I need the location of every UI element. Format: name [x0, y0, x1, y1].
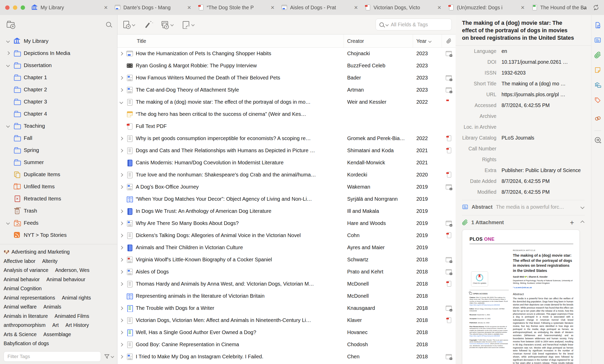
expander-icon[interactable]: [120, 210, 126, 213]
tag[interactable]: Animal representations: [4, 295, 55, 301]
field-value[interactable]: [502, 124, 586, 132]
tag[interactable]: Anderson, Wes: [55, 267, 89, 273]
table-row[interactable]: “The dog hero has been critical to the s…: [117, 108, 456, 120]
expander-icon[interactable]: [7, 125, 13, 127]
table-row[interactable]: Thomas Hardy and Animals by Anna West, a…: [117, 278, 456, 290]
expander-icon[interactable]: [120, 283, 126, 285]
expander-icon[interactable]: [120, 149, 126, 152]
table-row[interactable]: Aisles of Dogs Prato and Kehrt 2018: [117, 266, 456, 278]
close-icon[interactable]: ✕: [354, 5, 358, 11]
attachments-tab-icon[interactable]: [594, 52, 601, 60]
close-icon[interactable]: ✕: [521, 5, 525, 11]
table-row[interactable]: Virginia Woolf's Little-Known Biography …: [117, 254, 456, 266]
field-value[interactable]: Publisher: Public Library of Science: [502, 167, 586, 176]
table-row[interactable]: The Trouble with Dogs for a Writer Knaus…: [117, 302, 456, 314]
tab-list-chevron-icon[interactable]: [583, 5, 587, 10]
tag[interactable]: Arts & Science: [4, 331, 37, 337]
table-row[interactable]: True love and the nonhuman: Shakespeare'…: [117, 169, 456, 181]
tag[interactable]: Art History: [66, 322, 89, 328]
field-value[interactable]: The making of a (dog) mo …: [502, 80, 586, 89]
window-tab[interactable]: My Library ✕: [27, 2, 110, 13]
expander-icon[interactable]: [120, 89, 126, 91]
field-value[interactable]: en: [502, 48, 586, 56]
new-note-button[interactable]: [182, 21, 194, 29]
tag[interactable]: Animated Films: [54, 313, 89, 319]
expander-icon[interactable]: [7, 52, 13, 54]
tag[interactable]: Animals: [43, 304, 61, 310]
column-header-year[interactable]: Year: [413, 35, 442, 47]
column-header-creator[interactable]: Creator: [344, 35, 413, 47]
attachments-section-header[interactable]: 1 Attachment +: [456, 215, 591, 228]
window-tab[interactable]: (Un)muzzled: Dogs i ✕: [443, 2, 527, 13]
libraries-collections-tab-icon[interactable]: [594, 82, 601, 90]
window-tab[interactable]: Dante’s Dogs - Mang ✕: [110, 2, 193, 13]
table-row[interactable]: A Dog’s Box-Office Journey Wakeman 2019: [117, 181, 456, 193]
search-input[interactable]: [390, 21, 448, 28]
field-value[interactable]: https://journals.plos.org/pl …: [502, 91, 586, 100]
minimize-window-button[interactable]: [13, 5, 17, 10]
collection-item[interactable]: Summer: [2, 156, 115, 168]
tag[interactable]: Animals in literature: [4, 313, 48, 319]
expander-icon[interactable]: [120, 52, 126, 55]
close-icon[interactable]: ✕: [104, 5, 108, 11]
add-attachment-icon[interactable]: +: [570, 220, 574, 225]
table-row[interactable]: Victorian Dogs, Victorian Men: Affect an…: [117, 314, 456, 326]
field-value[interactable]: PLoS Journals: [502, 135, 586, 143]
new-item-button[interactable]: [123, 21, 135, 29]
expander-icon[interactable]: [120, 319, 126, 322]
field-value[interactable]: 8/7/2024, 6:42:55 PM: [502, 189, 586, 197]
expander-icon[interactable]: [7, 40, 13, 42]
collection-item[interactable]: Chapter 1: [2, 71, 115, 83]
expander-icon[interactable]: [120, 174, 126, 176]
add-attachment-button[interactable]: [161, 21, 173, 29]
table-row[interactable]: Well, Has a Single Good Author Ever Owne…: [117, 326, 456, 338]
tag[interactable]: Animal behaviour: [46, 277, 85, 282]
notes-tab-icon[interactable]: [594, 67, 601, 75]
expander-icon[interactable]: [120, 331, 126, 334]
collection-item[interactable]: Chapter 4: [2, 108, 115, 120]
close-icon[interactable]: ✕: [437, 5, 441, 11]
table-row[interactable]: Why is pet goods consumption imperceptib…: [117, 132, 456, 144]
table-row[interactable]: Full Text PDF: [117, 120, 456, 132]
table-row[interactable]: Ryan Gosling & Margot Robbie: The Puppy …: [117, 60, 456, 72]
table-row[interactable]: How the Humanization of Pets Is Changing…: [117, 47, 456, 60]
expander-icon[interactable]: [120, 271, 126, 273]
expander-icon[interactable]: [120, 222, 126, 225]
zoom-window-button[interactable]: [21, 5, 25, 10]
collection-item[interactable]: Duplicate Items: [2, 168, 115, 180]
tags-tab-icon[interactable]: [594, 97, 601, 105]
collection-item[interactable]: My Library: [2, 35, 115, 47]
expander-icon[interactable]: [7, 222, 13, 224]
field-value[interactable]: [502, 113, 586, 122]
info-tab-icon[interactable]: [594, 22, 601, 30]
table-row[interactable]: Good Boy: Canine Representation in Cinem…: [117, 338, 456, 351]
field-value[interactable]: 8/7/2024, 6:42:55 PM: [502, 102, 586, 111]
collection-item[interactable]: Depictions In Media: [2, 47, 115, 59]
collection-item[interactable]: Fall: [2, 132, 115, 144]
locate-icon[interactable]: [594, 136, 601, 145]
field-value[interactable]: [502, 145, 586, 154]
table-row[interactable]: Canis Modernis: Human/Dog Coevolution in…: [117, 157, 456, 169]
tag[interactable]: Animal Cognition: [4, 286, 42, 292]
collection-item[interactable]: Teaching: [2, 120, 115, 132]
column-header-title[interactable]: Title: [117, 35, 344, 47]
new-collection-icon[interactable]: [6, 20, 15, 28]
collection-item[interactable]: Chapter 3: [2, 95, 115, 108]
tag[interactable]: Animal welfare: [4, 304, 37, 310]
abstract-section-header[interactable]: Abstract The media is a powerful forc…: [456, 200, 591, 213]
close-icon[interactable]: ✕: [271, 5, 275, 11]
attachment-preview-card[interactable]: PLOS ONE Check for updates OPEN ACCESS: [462, 230, 580, 364]
window-tab[interactable]: Aisles of Dogs - Prat ✕: [277, 2, 360, 13]
tag[interactable]: anthropomorphism: [4, 322, 46, 328]
table-row[interactable]: I Tried to Make My Dog an Instagram Cele…: [117, 351, 456, 363]
table-row[interactable]: The Cat-and-Dog Theory of Attachment Sty…: [117, 84, 456, 96]
expander-icon[interactable]: [120, 234, 126, 237]
expander-icon[interactable]: [120, 246, 126, 249]
field-value[interactable]: 1932-6203: [502, 70, 586, 78]
field-value[interactable]: [502, 156, 586, 165]
expander-icon[interactable]: [120, 101, 126, 103]
column-header-attachment[interactable]: [442, 35, 456, 47]
expander-icon[interactable]: [120, 186, 126, 188]
filter-tags-input[interactable]: [4, 351, 101, 362]
expander-icon[interactable]: [7, 64, 13, 67]
